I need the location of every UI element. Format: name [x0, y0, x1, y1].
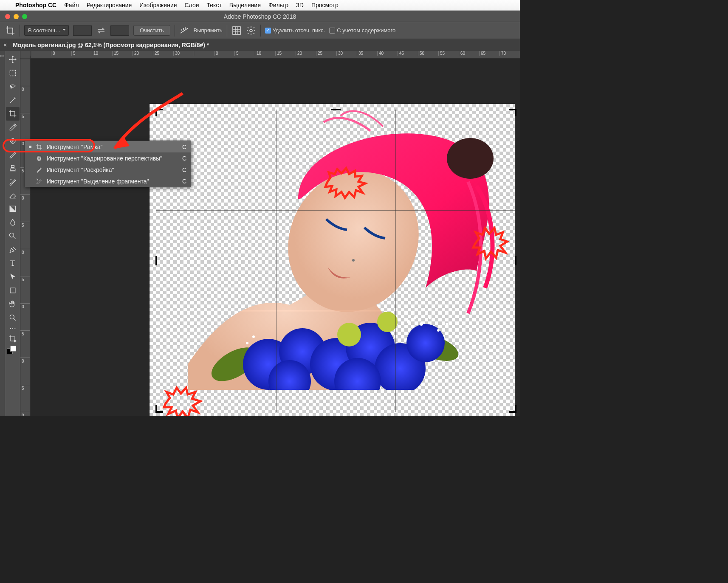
- dodge-tool[interactable]: [6, 229, 20, 243]
- straighten-icon[interactable]: [179, 25, 189, 36]
- svg-point-31: [446, 323, 448, 325]
- delete-cropped-option[interactable]: Удалить отсеч. пикс.: [265, 27, 325, 34]
- stamp-tool[interactable]: [6, 161, 20, 175]
- flyout-item-perspective-crop[interactable]: Инструмент "Кадрирование перспективы" C: [25, 152, 191, 164]
- clear-button[interactable]: Очистить: [133, 25, 170, 36]
- hand-tool[interactable]: [6, 297, 20, 311]
- svg-point-9: [14, 340, 15, 341]
- options-bar: В соотнош… Очистить Выпрямить Удалить от…: [0, 22, 520, 39]
- zoom-tool[interactable]: [6, 311, 20, 324]
- menu-select[interactable]: Выделение: [229, 2, 261, 8]
- gear-icon[interactable]: [246, 25, 256, 36]
- ruler-origin[interactable]: [20, 51, 31, 59]
- separator: [175, 25, 175, 37]
- crop-handle-right[interactable]: [515, 256, 516, 265]
- healing-tool[interactable]: [6, 134, 20, 148]
- svg-point-30: [437, 329, 440, 332]
- brush-tool[interactable]: [6, 148, 20, 161]
- close-tab-button[interactable]: ×: [3, 42, 7, 48]
- flyout-label: Инструмент "Выделение фрагмента": [47, 178, 149, 185]
- flyout-shortcut: C: [181, 155, 186, 162]
- ratio-width-input[interactable]: [73, 25, 92, 36]
- svg-point-29: [252, 335, 255, 338]
- menu-3d[interactable]: 3D: [296, 2, 304, 8]
- straighten-label[interactable]: Выпрямить: [194, 27, 223, 34]
- svg-point-26: [414, 316, 416, 319]
- ratio-preset-dropdown[interactable]: В соотнош…: [24, 25, 69, 36]
- separator: [20, 25, 20, 37]
- flyout-item-slice-select[interactable]: Инструмент "Выделение фрагмента" C: [25, 175, 191, 187]
- wand-tool[interactable]: [6, 93, 20, 107]
- eraser-tool[interactable]: [6, 189, 20, 202]
- swap-icon[interactable]: [96, 25, 106, 36]
- flyout-label: Инструмент "Кадрирование перспективы": [47, 155, 162, 162]
- flyout-label: Инструмент "Раскройка": [47, 166, 114, 173]
- edit-toolbar-button[interactable]: [6, 332, 20, 346]
- flyout-label: Инструмент "Рамка": [47, 144, 103, 150]
- svg-point-25: [407, 320, 410, 324]
- menu-text[interactable]: Текст: [207, 2, 222, 8]
- flyout-item-crop[interactable]: Инструмент "Рамка" C: [25, 141, 191, 152]
- svg-point-27: [420, 322, 423, 326]
- horizontal-ruler[interactable]: 0510152025300510152025303540455055606570: [31, 51, 520, 59]
- ratio-height-input[interactable]: [110, 25, 129, 36]
- svg-point-8: [10, 315, 14, 319]
- document-tab[interactable]: Модель оригинал.jpg @ 62,1% (Просмотр ка…: [13, 42, 209, 48]
- document-tabs: × Модель оригинал.jpg @ 62,1% (Просмотр …: [0, 39, 520, 51]
- svg-rect-0: [233, 27, 240, 34]
- separator: [227, 25, 227, 37]
- svg-rect-2: [10, 70, 15, 76]
- shape-tool[interactable]: [6, 284, 20, 297]
- flyout-shortcut: C: [181, 178, 186, 185]
- panel-strip[interactable]: ▸▸: [0, 51, 5, 416]
- menu-file[interactable]: Файл: [64, 2, 79, 8]
- flyout-shortcut: C: [181, 144, 186, 150]
- menu-layers[interactable]: Слои: [185, 2, 199, 8]
- vertical-ruler[interactable]: 0505050505050: [20, 59, 31, 416]
- svg-rect-7: [10, 288, 15, 293]
- svg-point-28: [246, 342, 248, 344]
- menu-filter[interactable]: Фильтр: [268, 2, 288, 8]
- path-select-tool[interactable]: [6, 270, 20, 284]
- grid-overlay-icon[interactable]: [231, 25, 242, 36]
- svg-point-12: [447, 138, 494, 179]
- menu-edit[interactable]: Редактирование: [87, 2, 132, 8]
- slice-select-icon: [36, 178, 42, 185]
- window-fullscreen-button[interactable]: [22, 14, 27, 19]
- lasso-tool[interactable]: [6, 80, 20, 93]
- history-brush-tool[interactable]: [6, 175, 20, 189]
- marquee-tool[interactable]: [6, 66, 20, 80]
- blur-tool[interactable]: [6, 216, 20, 229]
- content-aware-option[interactable]: С учетом содержимого: [329, 27, 395, 34]
- menu-view[interactable]: Просмотр: [311, 2, 339, 8]
- color-swatches[interactable]: [6, 346, 20, 356]
- move-tool[interactable]: [6, 53, 20, 66]
- app-title-bar: Adobe Photoshop CC 2018: [0, 11, 520, 22]
- eyedropper-tool[interactable]: [6, 121, 20, 134]
- flyout-item-slice[interactable]: Инструмент "Раскройка" C: [25, 164, 191, 175]
- type-tool[interactable]: [6, 256, 20, 270]
- current-tool-indicator-icon: [29, 146, 31, 148]
- separator: [260, 25, 261, 37]
- crop-tool-flyout[interactable]: Инструмент "Рамка" C Инструмент "Кадриро…: [24, 141, 191, 187]
- canvas-area: 0510152025300510152025303540455055606570…: [20, 51, 520, 416]
- menu-app-name[interactable]: Photoshop CC: [15, 2, 56, 8]
- slice-icon: [36, 166, 42, 173]
- mac-menu-bar[interactable]: Photoshop CC Файл Редактирование Изображ…: [0, 0, 520, 11]
- window-minimize-button[interactable]: [14, 14, 19, 19]
- checkbox-icon[interactable]: [329, 28, 335, 34]
- svg-marker-5: [10, 206, 15, 211]
- crop-tool[interactable]: [6, 107, 20, 121]
- menu-image[interactable]: Изображение: [139, 2, 177, 8]
- app-title: Adobe Photoshop CC 2018: [224, 13, 296, 20]
- checkbox-checked-icon[interactable]: [265, 28, 271, 34]
- tool-overflow-icon[interactable]: ⋯: [6, 324, 20, 332]
- window-close-button[interactable]: [5, 14, 10, 19]
- pen-tool[interactable]: [6, 243, 20, 256]
- crop-icon: [36, 144, 42, 150]
- svg-point-32: [429, 316, 431, 319]
- svg-point-34: [377, 312, 398, 332]
- canvas[interactable]: [31, 59, 520, 416]
- gradient-tool[interactable]: [6, 202, 20, 216]
- svg-point-6: [9, 233, 14, 237]
